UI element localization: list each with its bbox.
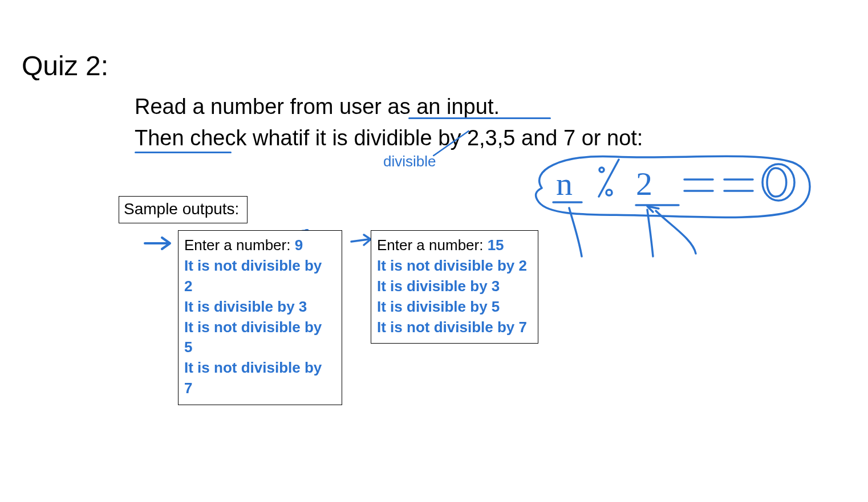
arrow-icon	[144, 235, 178, 252]
output-line: It is not divisible by 7	[184, 358, 334, 399]
instruction-block: Read a number from user as an input. The…	[135, 91, 643, 154]
svg-point-2	[599, 168, 604, 172]
output-line: It is divisible by 3	[377, 276, 530, 297]
handwritten-formula: n 2	[525, 148, 816, 262]
sample-outputs-label: Sample outputs:	[119, 196, 248, 223]
sample-output-box-1: Enter a number: 9 It is not divisible by…	[178, 230, 342, 405]
output-line: It is not divisible by 7	[377, 317, 530, 338]
annotation-underline	[135, 152, 232, 153]
output-line: It is divisible by 5	[377, 297, 530, 317]
correction-note: divisible	[383, 153, 436, 170]
svg-text:n: n	[556, 165, 573, 202]
prompt-value: 9	[295, 236, 303, 254]
annotation-underline	[408, 117, 551, 119]
sample-output-box-2: Enter a number: 15 It is not divisible b…	[371, 230, 538, 344]
output-line: It is not divisible by 2	[184, 256, 334, 297]
prompt-value: 15	[488, 236, 504, 254]
output-line: It is not divisible by 2	[377, 256, 530, 276]
prompt-line: Enter a number: 15	[377, 235, 530, 256]
prompt-label: Enter a number:	[184, 236, 295, 254]
output-line: It is not divisible by 5	[184, 317, 334, 358]
svg-text:2: 2	[636, 165, 652, 202]
prompt-line: Enter a number: 9	[184, 235, 334, 256]
output-line: It is divisible by 3	[184, 297, 334, 317]
instruction-line-1: Read a number from user as an input.	[135, 91, 643, 123]
svg-point-3	[606, 190, 612, 195]
quiz-title: Quiz 2:	[22, 50, 108, 81]
prompt-label: Enter a number:	[377, 236, 488, 254]
